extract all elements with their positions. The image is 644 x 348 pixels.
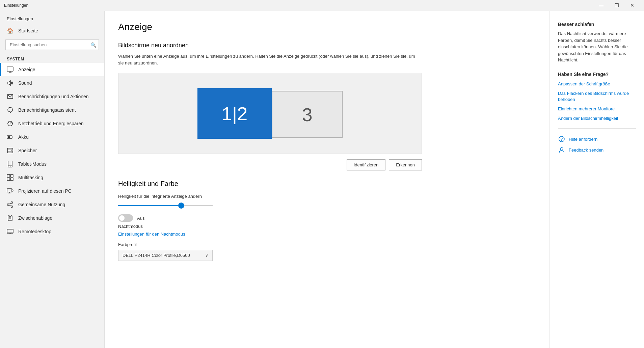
sidebar-item-projizieren[interactable]: Projizieren auf diesen PC — [0, 184, 104, 198]
svg-line-31 — [9, 203, 11, 205]
home-icon: 🏠 — [7, 27, 14, 34]
sidebar-item-anzeige[interactable]: Anzeige — [0, 63, 104, 76]
svg-rect-22 — [7, 178, 10, 181]
tablet-icon — [7, 161, 14, 167]
svg-point-28 — [11, 202, 13, 204]
sidebar-item-benachrichtigungen-label: Benachrichtigungen und Aktionen — [18, 94, 89, 99]
sidebar-item-akku[interactable]: Akku — [0, 130, 104, 144]
right-panel-link-2[interactable]: Einrichten mehrerer Monitore — [558, 106, 636, 112]
sidebar-item-speicher-label: Speicher — [18, 148, 37, 153]
right-panel-frage-title: Haben Sie eine Frage? — [558, 72, 636, 77]
svg-point-14 — [11, 149, 12, 150]
right-panel-desc: Das Nachtlicht verwendet wärmere Farben,… — [558, 30, 636, 63]
svg-rect-21 — [10, 175, 13, 177]
sidebar-logo: Einstellungen — [0, 11, 104, 24]
display-icon — [7, 66, 14, 73]
monitor-area: 1|2 3 — [118, 73, 422, 154]
monitor-1[interactable]: 1|2 — [197, 88, 272, 139]
sidebar-item-zwischenablage-label: Zwischenablage — [18, 215, 52, 221]
sidebar-section-title: System — [0, 54, 104, 63]
svg-rect-0 — [7, 67, 13, 71]
sidebar-item-netzbetrieb[interactable]: Netzbetrieb und Energiesparen — [0, 117, 104, 130]
window-controls: — ❐ ✕ — [593, 0, 640, 11]
clipboard-icon — [7, 215, 14, 221]
sidebar-item-remotedesktop[interactable]: Remotedesktop — [0, 225, 104, 238]
help-row[interactable]: ? Hilfe anfordern — [558, 135, 636, 143]
sidebar-item-zwischenablage[interactable]: Zwischenablage — [0, 211, 104, 225]
sidebar-item-akku-label: Akku — [18, 134, 29, 140]
battery-icon — [7, 134, 14, 140]
app-container: Einstellungen 🏠 Startseite 🔍 System Anze… — [0, 11, 644, 348]
brightness-label: Helligkeit für die integrierte Anzeige ä… — [118, 194, 536, 199]
right-panel-title: Besser schlafen — [558, 22, 636, 27]
svg-point-30 — [11, 206, 13, 208]
identify-button[interactable]: Identifizieren — [347, 159, 386, 170]
sidebar-item-benachrichtigungen[interactable]: Benachrichtigungen und Aktionen — [0, 90, 104, 103]
svg-point-29 — [7, 204, 9, 206]
monitor-block: 1|2 3 — [197, 88, 343, 139]
help-icon: ? — [558, 135, 565, 143]
nachtmodus-label: Nachtmodus — [118, 224, 536, 229]
notification-icon — [7, 93, 14, 100]
erkennen-button[interactable]: Erkennen — [389, 159, 422, 170]
sound-icon — [7, 80, 14, 86]
app-title: Einstellungen — [4, 3, 28, 8]
power-icon — [7, 120, 14, 127]
feedback-row[interactable]: Feedback senden — [558, 146, 636, 154]
right-panel-link-1[interactable]: Das Flackern des Bildschirms wurde behob… — [558, 90, 636, 103]
svg-line-32 — [9, 205, 11, 206]
page-title: Anzeige — [118, 22, 536, 32]
maximize-button[interactable]: ❐ — [609, 0, 624, 11]
svg-rect-10 — [8, 136, 10, 138]
sidebar-item-speicher[interactable]: Speicher — [0, 144, 104, 157]
sidebar-item-netzbetrieb-label: Netzbetrieb und Energiesparen — [18, 121, 84, 126]
nachtmodus-toggle[interactable] — [118, 214, 133, 222]
help-label[interactable]: Hilfe anfordern — [569, 137, 597, 142]
sidebar-item-tablet-label: Tablet-Modus — [18, 161, 47, 167]
sidebar-item-benachrichtigungsassistent[interactable]: Benachrichtigungsassistent — [0, 103, 104, 117]
right-panel-link-3[interactable]: Ändern der Bildschirmhelligkeit — [558, 115, 636, 122]
sidebar-item-sound[interactable]: Sound — [0, 76, 104, 90]
sidebar-home-button[interactable]: 🏠 Startseite — [0, 24, 104, 37]
sidebar-item-sound-label: Sound — [18, 80, 32, 86]
minimize-button[interactable]: — — [593, 0, 609, 11]
svg-point-43 — [560, 148, 563, 150]
sidebar-item-gemeinsame[interactable]: Gemeinsame Nutzung — [0, 198, 104, 211]
farbprofil-label: Farbprofil — [118, 242, 536, 247]
svg-point-16 — [11, 152, 12, 153]
sidebar-item-benachrichtigungsassistent-label: Benachrichtigungsassistent — [18, 107, 76, 113]
svg-text:?: ? — [561, 137, 563, 142]
dropdown-arrow-icon: ∨ — [205, 253, 208, 258]
svg-point-19 — [10, 166, 10, 167]
close-button[interactable]: ✕ — [624, 0, 640, 11]
brightness-section-title: Helligkeit und Farbe — [118, 180, 536, 188]
nachtmodus-link[interactable]: Einstellungen für den Nachtmodus — [118, 232, 536, 237]
sidebar-item-multitasking[interactable]: Multitasking — [0, 171, 104, 184]
search-input[interactable] — [5, 39, 99, 50]
farbprofil-value: DELL P2414H Color Profile,D6500 — [123, 253, 190, 258]
farbprofil-dropdown[interactable]: DELL P2414H Color Profile,D6500 ∨ — [118, 250, 213, 261]
brightness-slider-container — [118, 202, 213, 208]
svg-rect-20 — [7, 175, 10, 177]
section-monitors-title: Bildschirme neu anordnen — [118, 42, 536, 49]
right-panel: Besser schlafen Das Nachtlicht verwendet… — [549, 11, 644, 348]
storage-icon — [7, 147, 14, 154]
feedback-label[interactable]: Feedback senden — [569, 148, 603, 153]
right-panel-link-0[interactable]: Anpassen der Schriftgröße — [558, 81, 636, 87]
monitor-2[interactable]: 3 — [272, 91, 343, 138]
sidebar-item-remotedesktop-label: Remotedesktop — [18, 229, 51, 234]
sidebar-item-multitasking-label: Multitasking — [18, 175, 43, 180]
feedback-icon — [558, 146, 565, 154]
svg-rect-34 — [9, 215, 11, 216]
remote-icon — [7, 228, 14, 235]
titlebar: Einstellungen — ❐ ✕ — [0, 0, 644, 11]
nachtmodus-row: Aus — [118, 214, 536, 222]
svg-marker-4 — [8, 81, 10, 85]
brightness-slider[interactable] — [118, 205, 213, 206]
section-monitors-desc: Wählen Sie unten eine Anzeige aus, um ih… — [118, 53, 419, 66]
multitasking-icon — [7, 174, 14, 181]
sidebar-item-tablet[interactable]: Tablet-Modus — [0, 157, 104, 171]
main-content: Anzeige Bildschirme neu anordnen Wählen … — [105, 11, 549, 348]
svg-rect-23 — [10, 178, 13, 181]
sidebar-item-projizieren-label: Projizieren auf diesen PC — [18, 188, 72, 194]
